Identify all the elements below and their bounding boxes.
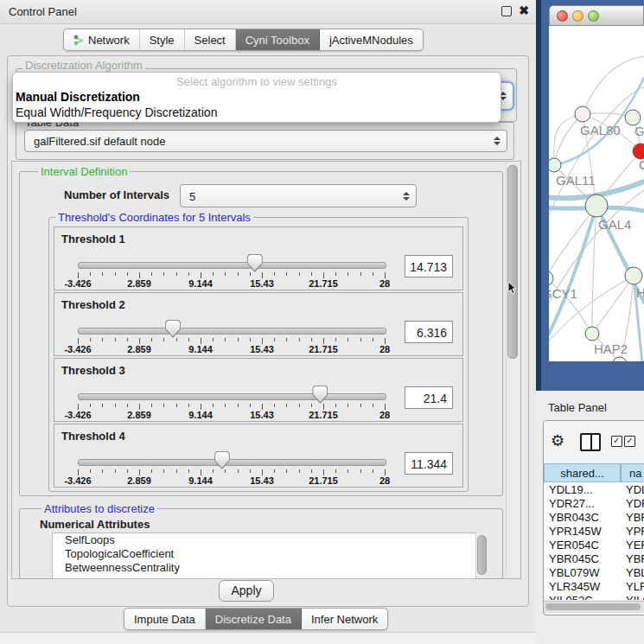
checkbox-icon[interactable]: ✓	[624, 436, 635, 447]
node-label: GAL4	[598, 217, 631, 232]
tab-label: Impute Data	[134, 613, 195, 626]
dropdown-option-equal-width[interactable]: Equal Width/Frequency Discretization	[16, 105, 217, 119]
dropdown-hint: Select algorithm to view settings	[13, 75, 501, 88]
tab-network[interactable]: Network	[64, 29, 140, 50]
table-panel-area: Table Panel ⚙ ✓ ✓ shared... na YDL19...Y…	[536, 391, 644, 644]
num-intervals-value: 5	[189, 189, 195, 202]
table-row[interactable]: YBR043CYBR0	[545, 510, 644, 524]
slider-tick-labels: -3.4262.8599.14415.4321.71528	[78, 344, 386, 354]
slider-tick-labels: -3.4262.8599.14415.4321.71528	[78, 410, 386, 420]
tick-label: 28	[379, 278, 390, 289]
network-view[interactable]: GAL80GACGAL11GAL4GCY1HHAP2	[549, 26, 644, 361]
slider-handle[interactable]	[247, 254, 263, 272]
tab-label: Network	[88, 34, 130, 47]
threshold-value-field[interactable]: 14.713	[405, 255, 453, 277]
cell-shared-name: YER054C	[545, 539, 622, 552]
tab-cyni-toolbox[interactable]: Cyni Toolbox	[236, 29, 320, 50]
threshold-value-field[interactable]: 6.316	[405, 321, 453, 343]
scrollbar-thumb[interactable]	[507, 165, 518, 359]
dropdown-option-manual[interactable]: Manual Discretization	[16, 90, 140, 104]
slider-ruler	[78, 338, 386, 344]
tab-jactivemnodules[interactable]: jActiveMNodules	[320, 29, 423, 50]
slider-tick-labels: -3.4262.8599.14415.4321.71528	[78, 278, 386, 289]
cell-name: YPR1	[622, 525, 644, 538]
mouse-cursor	[507, 281, 518, 296]
column-header-name[interactable]: na	[621, 463, 644, 482]
table-rows: YDL19...YDL1YDR27...YDR2YBR043CYBR0YPR14…	[545, 482, 644, 600]
tab-select[interactable]: Select	[185, 29, 236, 50]
table-horizontal-scrollbar[interactable]	[544, 601, 644, 613]
table-row[interactable]: YDL19...YDL1	[545, 482, 644, 496]
combo-arrows-icon	[403, 192, 410, 201]
gear-icon[interactable]: ⚙	[551, 431, 564, 450]
bottom-tab-bar: Impute DataDiscretize DataInfer Network	[124, 608, 388, 630]
slider-handle[interactable]	[312, 386, 328, 404]
scrollbar-thumb[interactable]	[477, 535, 487, 575]
tab-label: Infer Network	[311, 613, 378, 626]
cell-shared-name: YDL19...	[545, 483, 622, 496]
numerical-attributes-list[interactable]: SelfLoopsTopologicalCoefficientBetweenne…	[52, 532, 476, 579]
table-row[interactable]: YBL079WYBL0	[545, 565, 644, 579]
node-label: H	[636, 285, 644, 300]
table-row[interactable]: YBR045CYBR0	[545, 552, 644, 565]
network-node-hap2[interactable]	[585, 327, 599, 341]
tab-discretize-data[interactable]: Discretize Data	[206, 609, 302, 629]
attribute-item-selfloops[interactable]: SelfLoops	[53, 533, 475, 547]
cell-name: YBR0	[622, 552, 644, 565]
table-row[interactable]: YDR27...YDR2	[545, 496, 644, 510]
tick-label: 2.859	[127, 278, 151, 289]
network-node-h[interactable]	[625, 267, 642, 284]
threshold-panel-1: Threshold 1-3.4262.8599.14415.4321.71528…	[54, 226, 463, 290]
network-node-gal11[interactable]	[549, 158, 561, 172]
close-icon[interactable]: ✖	[519, 3, 529, 17]
threshold-value-field[interactable]: 11.344	[405, 452, 453, 475]
tab-style[interactable]: Style	[140, 29, 185, 50]
network-node-gal80[interactable]	[575, 106, 590, 122]
slider-track[interactable]	[78, 459, 386, 466]
slider-track[interactable]	[78, 328, 386, 335]
column-header-shared[interactable]: shared...	[544, 463, 621, 482]
float-window-icon[interactable]	[501, 6, 512, 16]
threshold-value-field[interactable]: 21.4	[405, 386, 453, 409]
panel-title: Control Panel	[9, 5, 77, 18]
mac-close-icon[interactable]	[557, 10, 568, 22]
cell-name: YBR0	[622, 511, 644, 524]
network-window-titlebar[interactable]	[549, 5, 644, 26]
scrollbar-thumb[interactable]	[545, 603, 641, 610]
table-row[interactable]: YLR345WYLR3	[545, 579, 644, 593]
tab-infer-network[interactable]: Infer Network	[302, 609, 387, 629]
slider-ruler	[78, 404, 386, 410]
numerical-attributes-label: Numerical Attributes	[40, 518, 150, 531]
tick-label: 9.144	[188, 344, 213, 354]
network-node-gal4[interactable]	[585, 194, 608, 217]
tab-impute-data[interactable]: Impute Data	[124, 609, 206, 629]
table-row[interactable]: YIL052CYIL0	[545, 593, 644, 600]
slider-track[interactable]	[78, 393, 386, 400]
attribute-item-betweennesscentrality[interactable]: BetweennessCentrality	[53, 561, 475, 575]
attributes-group-title: Attributes to discretize	[41, 502, 157, 515]
node-label: GAL80	[580, 123, 621, 137]
attribute-item-topologicalcoefficient[interactable]: TopologicalCoefficient	[53, 547, 475, 561]
attributes-list-scrollbar[interactable]	[475, 533, 487, 577]
table-row[interactable]: YER054CYER0	[545, 538, 644, 552]
table-data-combobox[interactable]: galFiltered.sif default node	[24, 130, 507, 152]
threshold-label: Threshold 3	[61, 364, 125, 377]
num-intervals-combobox[interactable]: 5	[180, 184, 417, 207]
main-vertical-scrollbar[interactable]	[506, 162, 519, 577]
checkbox-icon[interactable]: ✓	[611, 436, 622, 447]
slider-handle[interactable]	[165, 320, 181, 338]
tab-label: Discretize Data	[215, 613, 291, 626]
table-row[interactable]: YPR145WYPR1	[545, 524, 644, 538]
mac-zoom-icon[interactable]	[588, 10, 599, 22]
apply-button[interactable]: Apply	[219, 580, 274, 602]
threshold-coords-title: Threshold's Coordinates for 5 Intervals	[55, 211, 253, 224]
combo-arrows-icon	[494, 137, 501, 145]
cell-name: YDL1	[622, 483, 644, 496]
bottom-strip	[0, 632, 536, 644]
columns-icon[interactable]	[580, 433, 601, 451]
slider-handle[interactable]	[214, 451, 230, 469]
threshold-panel-3: Threshold 3-3.4262.8599.14415.4321.71528…	[54, 358, 463, 422]
slider-track[interactable]	[78, 262, 386, 269]
tick-label: 21.715	[309, 475, 338, 486]
mac-minimize-icon[interactable]	[572, 10, 583, 22]
